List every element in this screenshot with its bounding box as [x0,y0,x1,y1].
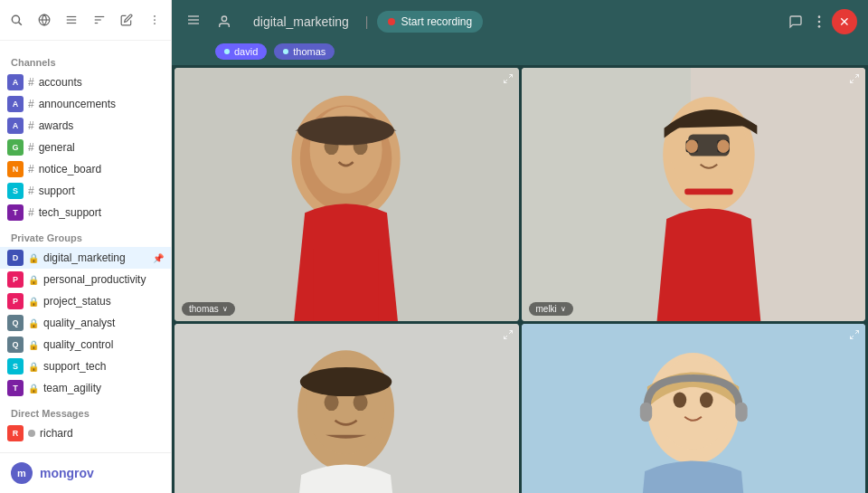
channel-item-general[interactable]: G # general [0,137,171,158]
channel-name-support-tech: support_tech [43,360,106,373]
channel-item-tech-support[interactable]: T # tech_support [0,202,171,223]
list-icon[interactable] [62,9,81,31]
svg-line-60 [851,336,854,339]
video-label-melki[interactable]: melki ∨ [529,302,573,316]
video-grid: thomas ∨ [172,65,868,493]
channel-name-notice-board: notice_board [39,163,101,175]
dm-item-richard[interactable]: R richard [0,422,171,444]
mongrov-logo-icon: m [11,462,33,484]
channel-item-team-agility[interactable]: T 🔒 team_agility [0,377,171,399]
svg-point-11 [154,19,156,21]
channel-name-quality-control: quality_control [43,338,113,351]
channel-item-announcements[interactable]: A # announcements [0,93,171,115]
channel-item-awards[interactable]: A # awards [0,115,171,137]
channel-name-project-status: project_status [43,295,111,308]
channel-avatar-team-agility: T [7,380,24,396]
svg-point-53 [656,358,731,450]
channel-avatar-general: G [7,139,24,156]
record-button-label: Start recording [401,15,472,28]
video-cell-david: david ∨ [175,324,519,493]
video-feed-irena [522,324,866,493]
sidebar-footer: m mongrov [0,452,171,493]
channel-item-quality-control[interactable]: Q 🔒 quality_control [0,334,171,356]
video-label-thomas[interactable]: thomas ∨ [182,302,235,316]
svg-line-59 [855,331,859,335]
channel-name-support: support [39,185,75,197]
channel-item-accounts[interactable]: A # accounts [0,71,171,93]
channel-avatar-accounts: A [7,74,24,90]
channel-avatar-support: S [7,183,24,199]
svg-point-45 [325,394,339,412]
user-profile-button[interactable] [212,9,237,34]
svg-line-49 [509,331,513,335]
svg-point-10 [154,15,156,17]
channel-avatar-personal-productivity: P [7,271,24,288]
channel-name-digital-marketing: digital_marketing [43,251,126,264]
chat-icon[interactable] [785,11,807,33]
svg-point-55 [699,393,712,408]
private-groups-section-label: Private Groups [0,223,171,247]
channel-item-project-status[interactable]: P 🔒 project_status [0,290,171,312]
expand-irena-icon[interactable] [849,329,860,343]
sidebar: Channels A # accounts A # announcements … [0,0,172,493]
thomas-status-dot [283,49,288,54]
channel-avatar-quality-control: Q [7,337,24,353]
channel-name-general: general [39,141,75,154]
svg-point-16 [222,16,226,21]
svg-rect-26 [314,249,379,321]
channel-avatar-digital-marketing: D [7,250,24,266]
record-dot-icon [388,18,395,25]
channel-item-personal-productivity[interactable]: P 🔒 personal_productivity [0,269,171,290]
svg-rect-39 [684,189,732,195]
channel-name-announcements: announcements [39,98,116,110]
channel-avatar-notice-board: N [7,161,24,177]
channel-name-accounts: accounts [39,76,82,89]
globe-icon[interactable] [35,9,54,31]
channel-item-support-tech[interactable]: S 🔒 support_tech [0,356,171,377]
channel-name-quality-analyst: quality_analyst [43,317,115,329]
channel-avatar-announcements: A [7,96,24,112]
close-button[interactable]: ✕ [832,9,857,34]
top-bar-left [183,9,237,34]
channel-item-notice-board[interactable]: N # notice_board [0,158,171,180]
hamburger-menu-button[interactable] [183,9,204,34]
participant-name-david: david [234,46,258,57]
svg-point-0 [13,15,20,23]
sort-icon[interactable] [90,9,109,31]
svg-point-37 [685,139,697,153]
participant-name-thomas: thomas [293,46,326,57]
channel-name-personal-productivity: personal_productivity [43,273,146,286]
svg-line-29 [504,80,507,83]
pin-icon: 📌 [153,253,164,263]
participant-chip-thomas[interactable]: thomas [274,43,335,60]
search-icon[interactable] [7,9,26,31]
svg-point-54 [673,393,686,408]
svg-rect-57 [639,403,651,422]
participant-chip-david[interactable]: david [215,43,267,60]
svg-line-41 [851,80,854,83]
mongrov-logo-text: mongrov [40,466,94,480]
svg-point-46 [354,394,368,412]
svg-line-40 [855,75,859,79]
top-bar-right: ✕ [785,9,857,34]
svg-point-27 [297,116,394,145]
edit-icon[interactable] [118,9,137,31]
channel-avatar-project-status: P [7,293,24,309]
title-separator: | [365,14,369,29]
video-cell-irena: irena ∨ [522,324,866,493]
channel-item-digital-marketing[interactable]: D 🔒 digital_marketing 📌 [0,247,171,269]
start-recording-button[interactable]: Start recording [377,11,483,33]
expand-melki-icon[interactable] [849,73,860,87]
online-status-richard [28,430,35,437]
expand-thomas-icon[interactable] [503,73,514,87]
more-options-icon[interactable] [146,9,165,31]
video-cell-thomas: thomas ∨ [175,68,519,321]
channel-item-quality-analyst[interactable]: Q 🔒 quality_analyst [0,312,171,334]
channel-item-support[interactable]: S # support [0,180,171,202]
svg-point-38 [717,139,729,153]
channel-avatar-tech-support: T [7,204,24,221]
more-options-button[interactable] [814,11,825,33]
dm-name-richard: richard [40,427,73,440]
expand-david-icon[interactable] [503,329,514,343]
video-feed-melki [522,68,866,321]
